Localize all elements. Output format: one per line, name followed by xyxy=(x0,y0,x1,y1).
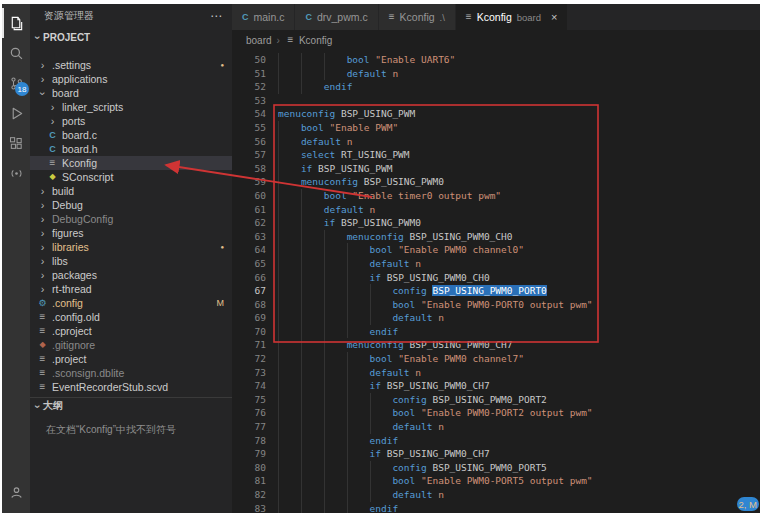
chevron-right-icon: › xyxy=(37,256,48,267)
code-line-69[interactable]: 69default n xyxy=(232,311,760,325)
code-line-53[interactable]: 53 xyxy=(232,94,760,108)
code-line-72[interactable]: 72bool "Enable PWM0 channel7" xyxy=(232,352,760,366)
item-label: libs xyxy=(52,255,68,267)
code-line-79[interactable]: 79if BSP_USING_PWM0_CH7 xyxy=(232,447,760,461)
c-file-icon: C xyxy=(47,145,58,154)
tree-item-board.c[interactable]: Cboard.c xyxy=(30,128,232,142)
close-icon[interactable]: × xyxy=(551,11,557,23)
explorer-tree: ›.settings●›applications›board›linker_sc… xyxy=(30,46,232,394)
line-number: 83 xyxy=(232,502,266,513)
run-debug-icon[interactable] xyxy=(2,98,30,128)
tree-item-board.h[interactable]: Cboard.h xyxy=(30,142,232,156)
line-number: 69 xyxy=(232,311,266,325)
source-control-icon[interactable]: 18 xyxy=(2,68,30,98)
item-label: board xyxy=(52,87,79,99)
tree-item-DebugConfig[interactable]: ›DebugConfig xyxy=(30,212,232,226)
line-number: 65 xyxy=(232,257,266,271)
project-section-header[interactable]: › PROJECT xyxy=(30,28,232,46)
code-line-64[interactable]: 64bool "Enable PWM0 channel0" xyxy=(232,243,760,257)
sconscript-file-icon: ◆ xyxy=(47,173,58,181)
tab-hint: board xyxy=(517,12,541,23)
code-line-57[interactable]: 57select RT_USING_PWM xyxy=(232,148,760,162)
code-line-52[interactable]: 52endif xyxy=(232,80,760,94)
tree-item-libraries[interactable]: ›libraries● xyxy=(30,240,232,254)
explorer-icon[interactable] xyxy=(2,8,30,38)
explorer-sidebar: 资源管理器 ⋯ › PROJECT ›.settings●›applicatio… xyxy=(30,4,232,513)
code-line-55[interactable]: 55bool "Enable PWM" xyxy=(232,121,760,135)
item-label: ports xyxy=(62,115,85,127)
tree-item-figures[interactable]: ›figures xyxy=(30,226,232,240)
code-line-63[interactable]: 63menuconfig BSP_USING_PWM0_CH0 xyxy=(232,230,760,244)
code-line-54[interactable]: 54menuconfig BSP_USING_PWM xyxy=(232,107,760,121)
broadcast-icon[interactable] xyxy=(2,158,30,188)
code-line-66[interactable]: 66if BSP_USING_PWM0_CH0 xyxy=(232,271,760,285)
outline-section-header[interactable]: › 大纲 xyxy=(30,397,232,414)
code-line-61[interactable]: 61default n xyxy=(232,203,760,217)
tab-drv_pwm.c[interactable]: Cdrv_pwm.c2, M xyxy=(295,4,378,30)
line-number: 67 xyxy=(232,284,266,298)
chevron-right-icon: › xyxy=(37,270,48,281)
code-line-65[interactable]: 65default n xyxy=(232,257,760,271)
more-actions-icon[interactable]: ⋯ xyxy=(210,9,222,23)
tree-item-libs[interactable]: ›libs xyxy=(30,254,232,268)
search-icon[interactable] xyxy=(2,38,30,68)
extensions-icon[interactable] xyxy=(2,128,30,158)
item-label: .settings xyxy=(52,59,91,71)
code-line-70[interactable]: 70endif xyxy=(232,325,760,339)
tree-item-.sconsign.dblite[interactable]: ≡.sconsign.dblite xyxy=(30,366,232,380)
tree-item-SConscript[interactable]: ◆SConscript xyxy=(30,170,232,184)
breadcrumb-item[interactable]: board xyxy=(246,35,272,46)
code-line-74[interactable]: 74if BSP_USING_PWM0_CH7 xyxy=(232,379,760,393)
tab-kconfig[interactable]: ≡Kconfig.\ xyxy=(379,4,456,30)
breadcrumb-item[interactable]: ≡Kconfig xyxy=(285,35,332,46)
tab-main.c[interactable]: Cmain.c xyxy=(232,4,295,30)
code-line-50[interactable]: 50bool "Enable UART6" xyxy=(232,53,760,67)
tree-item-.config.old[interactable]: ≡.config.old xyxy=(30,310,232,324)
code-line-78[interactable]: 78endif xyxy=(232,434,760,448)
code-line-75[interactable]: 75config BSP_USING_PWM0_PORT2 xyxy=(232,393,760,407)
tree-item-.project[interactable]: ≡.project xyxy=(30,352,232,366)
code-line-77[interactable]: 77default n xyxy=(232,420,760,434)
tree-item-.config[interactable]: ⚙.configM xyxy=(30,296,232,310)
code-line-71[interactable]: 71menuconfig BSP_USING_PWM0_CH7 xyxy=(232,338,760,352)
modified-dot: ● xyxy=(220,62,224,68)
item-label: Debug xyxy=(52,199,83,211)
tree-item-EventRecorderStub.scvd[interactable]: ≡EventRecorderStub.scvd xyxy=(30,380,232,394)
tree-item-ports[interactable]: ›ports xyxy=(30,114,232,128)
tab-hint: .\ xyxy=(440,12,445,23)
tree-item-.gitignore[interactable]: ◆.gitignore xyxy=(30,338,232,352)
code-line-81[interactable]: 81bool "Enable PWM0-PORT5 output pwm" xyxy=(232,474,760,488)
code-line-76[interactable]: 76bool "Enable PWM0-PORT2 output pwm" xyxy=(232,406,760,420)
tree-item-rt-thread[interactable]: ›rt-thread xyxy=(30,282,232,296)
tree-item-.cproject[interactable]: ≡.cproject xyxy=(30,324,232,338)
chevron-down-icon: › xyxy=(32,32,43,43)
editor-area: Cmain.cCdrv_pwm.c2, M≡Kconfig.\≡Kconfigb… xyxy=(232,4,760,513)
line-number: 80 xyxy=(232,461,266,475)
account-icon[interactable] xyxy=(2,477,30,507)
code-line-67[interactable]: 67config BSP_USING_PWM0_PORT0 xyxy=(232,284,760,298)
item-label: board.h xyxy=(62,143,98,155)
code-line-68[interactable]: 68bool "Enable PWM0-PORT0 output pwm" xyxy=(232,298,760,312)
tree-item-applications[interactable]: ›applications xyxy=(30,72,232,86)
code-line-58[interactable]: 58if BSP_USING_PWM xyxy=(232,162,760,176)
tree-item-.settings[interactable]: ›.settings● xyxy=(30,58,232,72)
tree-item-Kconfig[interactable]: ≡Kconfig xyxy=(30,156,232,170)
code-line-60[interactable]: 60bool "Enable timer0 output pwm" xyxy=(232,189,760,203)
tree-item-build[interactable]: ›build xyxy=(30,184,232,198)
tree-item-board[interactable]: ›board xyxy=(30,86,232,100)
file-icon: ≡ xyxy=(37,382,48,392)
tree-item-Debug[interactable]: ›Debug xyxy=(30,198,232,212)
code-line-73[interactable]: 73default n xyxy=(232,366,760,380)
item-label: EventRecorderStub.scvd xyxy=(52,381,168,393)
code-line-51[interactable]: 51default n xyxy=(232,67,760,81)
code-line-83[interactable]: 83endif xyxy=(232,502,760,513)
line-number: 50 xyxy=(232,53,266,67)
code-line-80[interactable]: 80config BSP_USING_PWM0_PORT5 xyxy=(232,461,760,475)
tree-item-linker_scripts[interactable]: ›linker_scripts xyxy=(30,100,232,114)
code-line-59[interactable]: 59menuconfig BSP_USING_PWM0 xyxy=(232,175,760,189)
code-line-82[interactable]: 82default n xyxy=(232,488,760,502)
tab-kconfig[interactable]: ≡Kconfigboard× xyxy=(456,4,569,30)
code-line-56[interactable]: 56default n xyxy=(232,135,760,149)
code-line-62[interactable]: 62if BSP_USING_PWM0 xyxy=(232,216,760,230)
tree-item-packages[interactable]: ›packages xyxy=(30,268,232,282)
